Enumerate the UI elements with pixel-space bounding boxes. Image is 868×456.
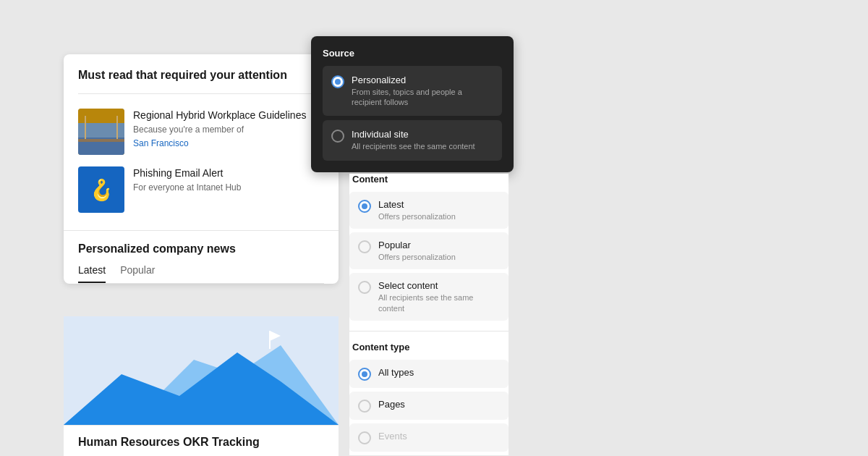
content-popular-option[interactable]: Popular Offers personalization xyxy=(349,232,509,269)
news-item-2: 🪝 Phishing Email Alert For everyone at I… xyxy=(78,161,324,219)
type-all-option[interactable]: All types xyxy=(349,360,509,388)
bridge-thumbnail xyxy=(78,109,124,155)
content-latest-text: Latest Offers personalization xyxy=(378,199,456,221)
config-panel: Content Latest Offers personalization Po… xyxy=(349,174,509,455)
content-select-text: Select content All recipients see the sa… xyxy=(378,280,500,313)
content-popular-radio[interactable] xyxy=(358,240,371,253)
source-personalized-option[interactable]: Personalized From sites, topics and peop… xyxy=(323,66,502,116)
bridge-image xyxy=(78,109,124,155)
content-section: Content Latest Offers personalization Po… xyxy=(349,174,509,321)
content-latest-option[interactable]: Latest Offers personalization xyxy=(349,192,509,229)
config-divider xyxy=(349,331,509,332)
content-select-sublabel: All recipients see the same content xyxy=(378,292,500,313)
phishing-thumbnail: 🪝 xyxy=(78,166,124,213)
type-events-radio[interactable] xyxy=(358,431,371,444)
left-card: Must read that required your attention xyxy=(64,54,339,284)
source-individual-label: Individual site xyxy=(352,129,475,141)
company-news-title: Personalized company news xyxy=(78,242,324,256)
type-events-option[interactable]: Events xyxy=(349,423,509,452)
source-individual-radio[interactable] xyxy=(331,130,344,143)
news-item: Regional Hybrid Workplace Guidelines Bec… xyxy=(78,103,324,161)
must-read-section: Must read that required your attention xyxy=(64,54,339,230)
tab-popular[interactable]: Popular xyxy=(120,264,155,283)
content-popular-text: Popular Offers personalization xyxy=(378,240,456,262)
must-read-title: Must read that required your attention xyxy=(78,69,324,82)
news-content-2: Phishing Email Alert For everyone at Int… xyxy=(133,166,241,194)
content-popular-sublabel: Offers personalization xyxy=(378,252,456,262)
hr-section: Human Resources OKR Tracking xyxy=(64,426,339,456)
type-all-text: All types xyxy=(378,367,414,379)
source-personalized-radio[interactable] xyxy=(331,75,344,88)
source-personalized-text: Personalized From sites, topics and peop… xyxy=(352,75,493,107)
type-pages-label: Pages xyxy=(378,399,405,411)
hr-title: Human Resources OKR Tracking xyxy=(78,436,324,449)
content-latest-sublabel: Offers personalization xyxy=(378,211,456,221)
company-news-section: Personalized company news Latest Popular xyxy=(64,230,339,284)
news-link-1[interactable]: San Francisco xyxy=(133,138,189,148)
source-individual-text: Individual site All recipients see the s… xyxy=(352,129,475,151)
content-type-section: Content type All types Pages Events xyxy=(349,342,509,452)
news-title-2: Phishing Email Alert xyxy=(133,166,241,180)
source-personalized-label: Personalized xyxy=(352,75,493,87)
type-all-radio[interactable] xyxy=(358,368,371,381)
source-section-label: Source xyxy=(323,48,502,59)
type-all-label: All types xyxy=(378,367,414,379)
tab-latest[interactable]: Latest xyxy=(78,264,106,283)
news-subtitle-2: For everyone at Intanet Hub xyxy=(133,182,241,194)
type-pages-text: Pages xyxy=(378,399,405,411)
phishing-image: 🪝 xyxy=(78,166,124,213)
tabs: Latest Popular xyxy=(78,264,324,284)
source-personalized-sublabel: From sites, topics and people a recipien… xyxy=(352,87,493,108)
source-dropdown: Source Personalized From sites, topics a… xyxy=(311,36,514,172)
content-select-option[interactable]: Select content All recipients see the sa… xyxy=(349,273,509,320)
content-type-label: Content type xyxy=(349,342,509,352)
type-events-label: Events xyxy=(378,431,407,443)
content-select-radio[interactable] xyxy=(358,281,371,294)
content-section-label: Content xyxy=(349,174,509,185)
content-latest-label: Latest xyxy=(378,199,456,211)
source-individual-sublabel: All recipients see the same content xyxy=(352,141,475,151)
type-pages-radio[interactable] xyxy=(358,400,371,413)
type-pages-option[interactable]: Pages xyxy=(349,392,509,420)
divider xyxy=(78,93,324,94)
content-select-label: Select content xyxy=(378,280,500,292)
svg-rect-5 xyxy=(78,139,124,142)
news-subtitle-1: Because you're a member of xyxy=(133,124,306,136)
news-content-1: Regional Hybrid Workplace Guidelines Bec… xyxy=(133,109,306,149)
hook-icon: 🪝 xyxy=(89,178,114,202)
content-popular-label: Popular xyxy=(378,240,456,252)
news-title-1: Regional Hybrid Workplace Guidelines xyxy=(133,109,306,122)
chart-area xyxy=(64,316,339,425)
source-individual-option[interactable]: Individual site All recipients see the s… xyxy=(323,120,502,160)
type-events-text: Events xyxy=(378,431,407,443)
content-latest-radio[interactable] xyxy=(358,200,371,213)
